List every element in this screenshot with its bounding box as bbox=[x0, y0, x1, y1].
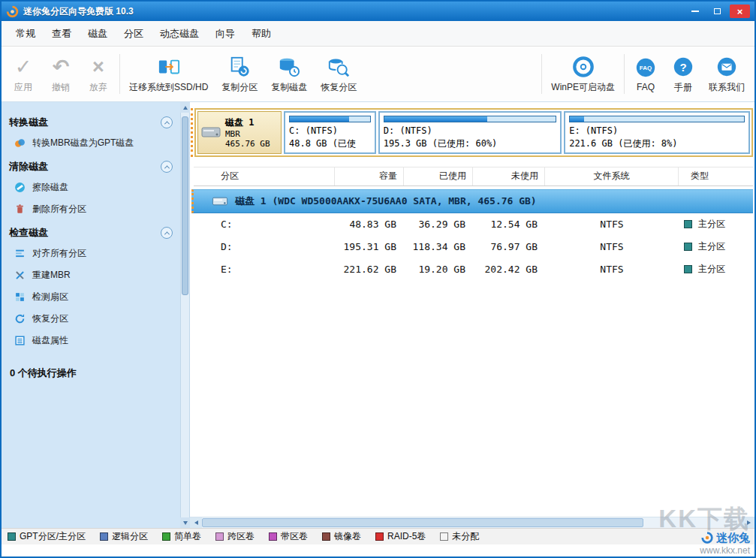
menubar: 常规 查看 磁盘 分区 动态磁盘 向导 帮助 bbox=[2, 21, 754, 47]
section-clean-disk: 清除磁盘 bbox=[9, 160, 176, 173]
legend-color-swatch bbox=[100, 532, 108, 541]
legend-color-swatch bbox=[162, 532, 170, 541]
menu-view[interactable]: 查看 bbox=[44, 23, 80, 44]
migrate-os-button[interactable]: 迁移系统到SSD/HD bbox=[122, 47, 215, 101]
legend-unallocated: 未分配 bbox=[440, 530, 479, 543]
contact-button[interactable]: 联系我们 bbox=[702, 47, 751, 101]
toolbar: ✓ 应用 ↶ 撤销 × 放弃 迁移系统到SSD/HD 复制分区 bbox=[2, 47, 754, 102]
table-row-e[interactable]: E: 221.62 GB 19.20 GB 202.42 GB NTFS 主分区 bbox=[194, 258, 753, 281]
legend-color-swatch bbox=[440, 532, 448, 541]
align-icon bbox=[14, 248, 26, 259]
usage-bar bbox=[384, 116, 556, 122]
menu-dynamic-disk[interactable]: 动态磁盘 bbox=[152, 23, 207, 44]
scrollbar-track bbox=[643, 517, 742, 528]
recover-partition-button[interactable]: 恢复分区 bbox=[314, 47, 363, 101]
triangle-up-icon bbox=[183, 106, 188, 110]
app-logo-icon bbox=[6, 5, 19, 18]
toolbar-separator bbox=[119, 54, 120, 94]
column-filesystem: 文件系统 bbox=[545, 167, 679, 185]
discard-button[interactable]: × 放弃 bbox=[80, 47, 117, 101]
partition-block-c[interactable]: C: (NTFS) 48.8 GB (已使 bbox=[284, 111, 376, 154]
disk-name: 磁盘 1 bbox=[225, 116, 270, 129]
close-button[interactable]: × bbox=[730, 5, 750, 18]
faq-icon: FAQ bbox=[634, 56, 657, 80]
sidebar-item-convert-mbr-gpt[interactable]: 转换MBR磁盘为GPT磁盘 bbox=[9, 132, 176, 154]
legend-logical: 逻辑分区 bbox=[100, 530, 148, 543]
scroll-down-button[interactable] bbox=[180, 517, 190, 528]
usage-bar-fill bbox=[570, 116, 584, 122]
partition-type-color bbox=[684, 243, 692, 251]
toolbar-separator bbox=[541, 54, 542, 94]
table-row-c[interactable]: C: 48.83 GB 36.29 GB 12.54 GB NTFS 主分区 bbox=[194, 213, 753, 236]
legend-color-swatch bbox=[269, 532, 277, 541]
menu-general[interactable]: 常规 bbox=[8, 23, 44, 44]
menu-wizard[interactable]: 向导 bbox=[207, 23, 243, 44]
winpe-button[interactable]: WinPE可启动盘 bbox=[544, 47, 622, 101]
copy-disk-button[interactable]: 复制磁盘 bbox=[264, 47, 314, 101]
disk-row-selected[interactable]: 磁盘 1 (WDC WD5000AAKX-75U6AA0 SATA, MBR, … bbox=[191, 189, 753, 213]
main-panel: 磁盘 1 MBR 465.76 GB C: (NTFS) 48.8 GB (已使… bbox=[190, 102, 754, 528]
sidebar-item-recover-partition[interactable]: 恢复分区 bbox=[9, 308, 176, 330]
chevron-up-icon bbox=[164, 165, 169, 170]
menu-partition[interactable]: 分区 bbox=[116, 23, 152, 44]
table-row-d[interactable]: D: 195.31 GB 118.34 GB 76.97 GB NTFS 主分区 bbox=[194, 236, 753, 258]
scrollbar-thumb[interactable] bbox=[182, 116, 188, 295]
app-window: 迷你兔分区向导免费版 10.3 × 常规 查看 磁盘 分区 动态磁盘 向导 帮助… bbox=[0, 0, 756, 558]
window-controls: × bbox=[685, 5, 750, 18]
minimize-button[interactable] bbox=[685, 5, 705, 18]
svg-text:?: ? bbox=[679, 60, 686, 73]
hard-disk-icon bbox=[212, 195, 228, 207]
trash-icon bbox=[14, 204, 26, 215]
column-partition: 分区 bbox=[194, 167, 335, 185]
pending-operations: 0 个待执行操作 bbox=[9, 366, 176, 380]
section-check-disk: 检查磁盘 bbox=[9, 226, 176, 240]
properties-list-icon bbox=[14, 335, 26, 346]
partition-table: 分区 容量 已使用 未使用 文件系统 类型 磁盘 1 (WDC WD5000AA… bbox=[191, 167, 753, 281]
manual-button[interactable]: ? 手册 bbox=[664, 47, 702, 101]
usage-bar bbox=[289, 116, 371, 122]
collapse-button[interactable] bbox=[161, 116, 173, 128]
sidebar-item-wipe-disk[interactable]: 擦除磁盘 bbox=[9, 176, 176, 198]
partition-block-d[interactable]: D: (NTFS) 195.3 GB (已使用: 60%) bbox=[378, 111, 562, 154]
scrollbar-thumb[interactable] bbox=[202, 518, 643, 527]
column-unused: 未使用 bbox=[473, 167, 545, 185]
sidebar-item-rebuild-mbr[interactable]: 重建MBR bbox=[9, 264, 176, 286]
scroll-up-button[interactable] bbox=[180, 102, 190, 113]
question-icon: ? bbox=[672, 55, 694, 79]
copy-partition-button[interactable]: 复制分区 bbox=[215, 47, 264, 101]
partition-type-color bbox=[684, 265, 692, 273]
legend-raid5-volume: RAID-5卷 bbox=[375, 530, 426, 543]
copy-partition-icon bbox=[228, 55, 251, 79]
apply-button[interactable]: ✓ 应用 bbox=[5, 47, 42, 101]
triangle-down-icon bbox=[183, 521, 188, 525]
partition-type-color bbox=[684, 220, 692, 228]
table-header: 分区 容量 已使用 未使用 文件系统 类型 bbox=[194, 167, 753, 186]
sidebar-item-align-all-partitions[interactable]: 对齐所有分区 bbox=[9, 243, 176, 264]
hard-disk-icon bbox=[201, 125, 221, 140]
collapse-button[interactable] bbox=[161, 227, 173, 239]
collapse-button[interactable] bbox=[161, 161, 173, 173]
partition-block-e[interactable]: E: (NTFS) 221.6 GB (已使用: 8%) bbox=[564, 111, 750, 154]
tools-icon bbox=[14, 270, 26, 281]
column-capacity: 容量 bbox=[335, 167, 404, 185]
x-icon: × bbox=[92, 55, 104, 79]
faq-button[interactable]: FAQ FAQ bbox=[627, 47, 664, 101]
legend-color-swatch bbox=[8, 532, 16, 541]
chevron-up-icon bbox=[164, 231, 169, 237]
titlebar: 迷你兔分区向导免费版 10.3 × bbox=[2, 2, 754, 21]
menu-help[interactable]: 帮助 bbox=[243, 23, 279, 44]
maximize-button[interactable] bbox=[707, 5, 727, 18]
sidebar-item-check-sectors[interactable]: 检测扇区 bbox=[9, 286, 176, 308]
legend-color-swatch bbox=[215, 532, 224, 541]
sidebar-item-disk-properties[interactable]: 磁盘属性 bbox=[9, 330, 176, 351]
migrate-ssd-icon bbox=[158, 55, 180, 79]
disk-map-strip: 磁盘 1 MBR 465.76 GB C: (NTFS) 48.8 GB (已使… bbox=[194, 108, 753, 157]
scroll-left-button[interactable] bbox=[190, 517, 202, 528]
scroll-right-button[interactable] bbox=[742, 517, 754, 528]
disk1-block[interactable]: 磁盘 1 MBR 465.76 GB bbox=[197, 111, 282, 154]
sidebar-item-delete-all-partitions[interactable]: 删除所有分区 bbox=[9, 198, 176, 220]
menu-disk[interactable]: 磁盘 bbox=[80, 23, 116, 44]
footer-strip bbox=[2, 544, 754, 556]
triangle-right-icon bbox=[747, 520, 751, 525]
undo-button[interactable]: ↶ 撤销 bbox=[42, 47, 80, 101]
